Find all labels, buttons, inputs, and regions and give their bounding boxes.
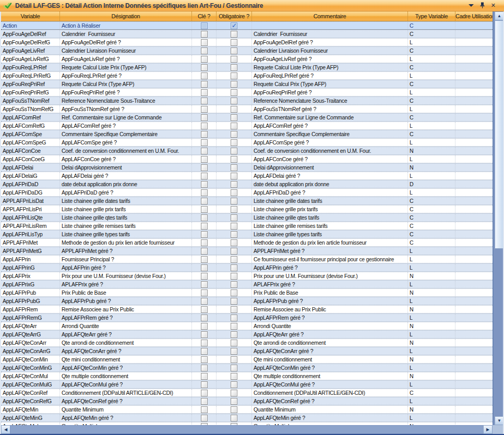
cle-checkbox[interactable]: [201, 231, 208, 238]
cle-checkbox[interactable]: [201, 47, 208, 54]
table-row[interactable]: AppLAFConCoeGAppLAFConCoe géré ?AppLAFCo…: [1, 155, 493, 163]
obligatoire-checkbox[interactable]: [231, 181, 237, 188]
cle-checkbox[interactable]: [201, 173, 208, 179]
obligatoire-checkbox[interactable]: [231, 198, 237, 204]
obligatoire-checkbox[interactable]: [231, 264, 237, 271]
table-row[interactable]: AppLAFPriLisQteListe chainee grille qtes…: [1, 213, 493, 222]
obligatoire-checkbox[interactable]: [231, 381, 237, 388]
cle-checkbox[interactable]: [201, 39, 208, 46]
table-row[interactable]: AppLAFPrPubPrix Public de BasePrix Publi…: [1, 288, 493, 297]
table-row[interactable]: APPLAFPriLisDatListe chainee grille date…: [1, 197, 493, 205]
cle-checkbox[interactable]: [201, 114, 208, 121]
obligatoire-checkbox[interactable]: [231, 289, 237, 296]
obligatoire-checkbox[interactable]: [231, 281, 237, 288]
table-row[interactable]: AppLAFPrinGAppLAFPrin géré ?AppLAFPrin g…: [1, 263, 493, 272]
table-row[interactable]: AppLAFPrinFournisseur Principal ?Ce four…: [1, 255, 493, 263]
obligatoire-checkbox[interactable]: [231, 139, 237, 146]
cle-checkbox[interactable]: [201, 106, 208, 113]
table-row[interactable]: AppFouAgeLivRefCalendrier Livraison Four…: [1, 46, 493, 55]
table-row[interactable]: AppLAFComRefRef. Commentaire sur Ligne d…: [1, 113, 493, 122]
cle-checkbox[interactable]: [201, 156, 208, 163]
cle-checkbox[interactable]: [201, 323, 208, 330]
obligatoire-checkbox[interactable]: [231, 340, 237, 346]
obligatoire-checkbox[interactable]: [231, 164, 237, 171]
cle-checkbox[interactable]: [201, 206, 208, 213]
table-row[interactable]: AppLAFQteConArrGAppLAFQteConArr géré ?Ap…: [1, 347, 493, 355]
cle-checkbox[interactable]: [201, 331, 208, 338]
cle-checkbox[interactable]: [201, 373, 208, 380]
obligatoire-checkbox[interactable]: [231, 89, 237, 96]
cle-checkbox[interactable]: [201, 348, 208, 355]
table-row[interactable]: AppLAFPriDaDGAppLAFPriDaD géré ?AppLAFPr…: [1, 188, 493, 197]
obligatoire-checkbox[interactable]: [231, 323, 237, 330]
cle-checkbox[interactable]: [201, 198, 208, 204]
table-row[interactable]: AppLAFQteConArrQte arrondi de conditionn…: [1, 339, 493, 347]
table-row[interactable]: AppLAFPrRemRemise Associee au Prix Publi…: [1, 305, 493, 313]
horizontal-scroll-thumb[interactable]: [10, 425, 484, 434]
table-row[interactable]: APPLAFPriMetGAPPLAFPriMet géré ?APPLAFPr…: [1, 247, 493, 255]
table-row[interactable]: AppFouReqPriRefGAppFouReqPriRef géré ?Ap…: [1, 88, 493, 96]
cle-checkbox[interactable]: [201, 365, 208, 371]
table-row[interactable]: AppLAFPrixPrix pour une U.M. Fournisseur…: [1, 272, 493, 280]
table-row[interactable]: AppFouSsTNomRefGAppFouSsTNomRef géré ?Ap…: [1, 105, 493, 113]
table-row[interactable]: APPLAFPriMetMethode de gestion du prix l…: [1, 238, 493, 247]
cle-checkbox[interactable]: [201, 239, 208, 246]
cle-checkbox[interactable]: [201, 298, 208, 305]
table-row[interactable]: AppLAFQteConRefConditionnement (DDPaUtil…: [1, 389, 493, 397]
obligatoire-checkbox[interactable]: [231, 56, 237, 63]
cle-checkbox[interactable]: [201, 398, 208, 405]
window-menu-icon[interactable]: [469, 4, 474, 7]
cle-checkbox[interactable]: [201, 281, 208, 288]
column-header-type-variable[interactable]: Type Variable: [408, 11, 455, 21]
obligatoire-checkbox[interactable]: [231, 248, 237, 255]
obligatoire-checkbox[interactable]: [231, 131, 237, 138]
cle-checkbox[interactable]: [201, 315, 208, 321]
column-header-commentaire[interactable]: Commentaire: [252, 11, 408, 21]
cle-checkbox[interactable]: [201, 56, 208, 63]
obligatoire-checkbox[interactable]: [231, 390, 237, 396]
cle-checkbox[interactable]: [201, 381, 208, 388]
table-row[interactable]: AppLAFQteConMinQte mini conditionnementQ…: [1, 355, 493, 364]
cle-checkbox[interactable]: [201, 256, 208, 263]
table-row[interactable]: AppFouReqLPrRefRequete Calcul Liste Prix…: [1, 63, 493, 71]
table-row[interactable]: AppLAFQteMinQuantite MinimumQuantite Min…: [1, 405, 493, 414]
table-row[interactable]: AppLAFComRefGAppLAFComRef géré ?AppLAFCo…: [1, 122, 493, 130]
cle-checkbox[interactable]: [201, 64, 208, 71]
cle-checkbox[interactable]: [201, 98, 208, 104]
cle-checkbox[interactable]: [201, 89, 208, 96]
cle-checkbox[interactable]: [201, 415, 208, 421]
table-row[interactable]: AppFouSsTNomRefReference Nomenclature So…: [1, 96, 493, 105]
obligatoire-checkbox[interactable]: [231, 231, 237, 238]
column-header-cle[interactable]: Clé ?: [192, 11, 217, 21]
table-row[interactable]: AppFouReqPriRefRequete Calcul Prix (Type…: [1, 80, 493, 88]
obligatoire-checkbox[interactable]: [231, 415, 237, 421]
vertical-scrollbar[interactable]: ▲ ▼: [493, 11, 504, 425]
table-row[interactable]: AppLAFComSpeCommentaire Specifique Compl…: [1, 130, 493, 138]
cle-checkbox[interactable]: [201, 181, 208, 188]
cle-checkbox[interactable]: [201, 214, 208, 221]
obligatoire-checkbox[interactable]: [231, 256, 237, 263]
cle-checkbox[interactable]: [201, 22, 208, 29]
cle-checkbox[interactable]: [201, 81, 208, 88]
cle-checkbox[interactable]: [201, 390, 208, 396]
obligatoire-checkbox[interactable]: [231, 356, 237, 363]
horizontal-scrollbar[interactable]: ◀ ▶: [1, 425, 493, 434]
obligatoire-checkbox[interactable]: [231, 98, 237, 104]
titlebar[interactable]: Détail LAF-GES : Détail Action Interne D…: [0, 0, 504, 11]
pin-icon[interactable]: [479, 2, 485, 9]
obligatoire-checkbox[interactable]: [231, 173, 237, 179]
obligatoire-checkbox[interactable]: [231, 106, 237, 113]
scroll-right-icon[interactable]: ▶: [483, 425, 493, 434]
column-header-obligatoire[interactable]: Obligatoire ?: [217, 11, 252, 21]
cle-checkbox[interactable]: [201, 131, 208, 138]
obligatoire-checkbox[interactable]: [231, 156, 237, 163]
obligatoire-checkbox[interactable]: [231, 64, 237, 71]
table-row[interactable]: AppLAFQteConRefGAppLAFQteConRef géré ?Ap…: [1, 397, 493, 405]
table-row[interactable]: AppFouAgeDelRefCalendrier FournisseurCal…: [1, 30, 493, 38]
obligatoire-checkbox[interactable]: [231, 306, 237, 313]
cle-checkbox[interactable]: [201, 356, 208, 363]
cle-checkbox[interactable]: [201, 189, 208, 196]
cle-checkbox[interactable]: [201, 148, 208, 154]
table-row[interactable]: AppLAFQteConMulQte multiple conditionnem…: [1, 372, 493, 380]
table-row[interactable]: ActionAction à RéaliserC: [1, 21, 493, 30]
